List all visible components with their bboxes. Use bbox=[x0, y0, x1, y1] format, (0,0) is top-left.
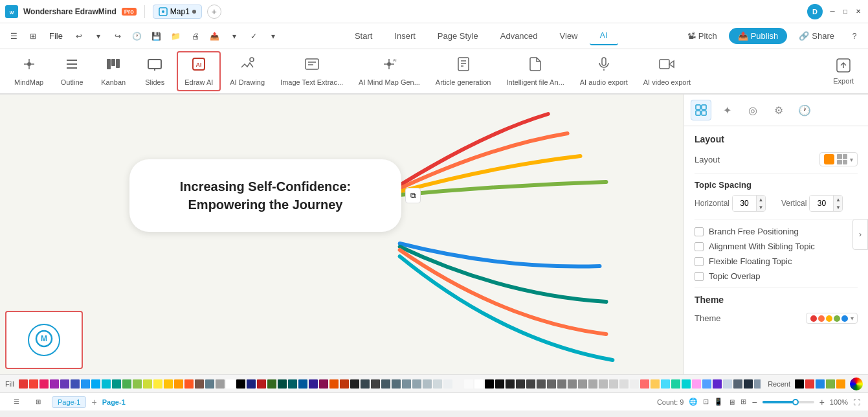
layout-selector[interactable]: ▾ bbox=[819, 152, 858, 166]
recent-color-blue[interactable] bbox=[816, 379, 825, 389]
color-swatch-item[interactable] bbox=[319, 379, 328, 389]
color-swatch-item[interactable] bbox=[495, 379, 504, 389]
sidebar-toggle[interactable]: ☰ bbox=[5, 28, 22, 45]
tool-ai-drawing[interactable]: AI Drawing bbox=[223, 52, 271, 90]
color-swatch-item[interactable] bbox=[723, 379, 732, 389]
color-swatch-item[interactable] bbox=[464, 379, 473, 389]
color-swatch-item[interactable] bbox=[247, 379, 256, 389]
color-swatch-item[interactable] bbox=[744, 379, 753, 389]
map-tab[interactable]: Map1 bbox=[153, 5, 202, 19]
color-swatch-item[interactable] bbox=[298, 379, 307, 389]
tab-page-style[interactable]: Page Style bbox=[427, 27, 489, 45]
copy-icon[interactable]: ⧉ bbox=[405, 188, 421, 203]
color-swatch-item[interactable] bbox=[81, 379, 90, 389]
color-swatch-item[interactable] bbox=[506, 379, 515, 389]
tool-ai-audio[interactable]: AI audio export bbox=[573, 52, 634, 90]
zoom-slider[interactable] bbox=[762, 401, 814, 403]
color-swatch-item[interactable] bbox=[682, 379, 691, 389]
color-swatch-item[interactable] bbox=[267, 379, 276, 389]
close-button[interactable]: ✕ bbox=[854, 7, 863, 16]
color-swatch-item[interactable] bbox=[381, 379, 390, 389]
color-swatch-item[interactable] bbox=[278, 379, 287, 389]
more-button[interactable]: ▾ bbox=[226, 28, 243, 45]
color-swatch-item[interactable] bbox=[630, 379, 639, 389]
color-swatch-item[interactable] bbox=[454, 379, 463, 389]
horizontal-decrement[interactable]: ▼ bbox=[756, 203, 765, 211]
canvas[interactable]: Increasing Self-Confidence: Empowering t… bbox=[0, 95, 684, 374]
branch-free-checkbox[interactable] bbox=[695, 227, 704, 236]
recent-color-red[interactable] bbox=[805, 379, 814, 389]
page-tab-1[interactable]: Page-1 bbox=[52, 396, 86, 408]
color-swatch-item[interactable] bbox=[671, 379, 680, 389]
tool-mindmap[interactable]: MindMap bbox=[8, 52, 50, 90]
vertical-increment[interactable]: ▲ bbox=[833, 196, 842, 203]
color-swatch-item[interactable] bbox=[402, 379, 411, 389]
tool-edraw-ai[interactable]: AI Edraw AI bbox=[177, 51, 221, 91]
more-options[interactable]: ▾ bbox=[265, 28, 282, 45]
color-swatch-item[interactable] bbox=[526, 379, 535, 389]
vertical-spinner[interactable]: 30 ▲ ▼ bbox=[809, 195, 843, 212]
pitch-button[interactable]: 📽 Pitch bbox=[681, 28, 724, 44]
color-swatch-item[interactable] bbox=[702, 379, 711, 389]
export-button[interactable]: Export bbox=[827, 54, 860, 89]
color-swatch-item[interactable] bbox=[516, 379, 525, 389]
restore-button[interactable]: □ bbox=[841, 7, 850, 16]
fit-icon[interactable]: ⊞ bbox=[740, 398, 746, 406]
color-swatch-item[interactable] bbox=[309, 379, 318, 389]
color-swatch-item[interactable] bbox=[153, 379, 162, 389]
color-swatch-item[interactable] bbox=[19, 379, 28, 389]
tool-article-gen[interactable]: Article generation bbox=[429, 52, 498, 90]
export-button[interactable]: 📤 bbox=[206, 28, 223, 45]
color-swatch-item[interactable] bbox=[143, 379, 152, 389]
color-swatch-item[interactable] bbox=[184, 379, 194, 389]
fullscreen-icon[interactable]: ⛶ bbox=[853, 398, 860, 406]
history-button[interactable]: 🕐 bbox=[129, 28, 146, 45]
color-swatch-item[interactable] bbox=[423, 379, 432, 389]
tab-insert[interactable]: Insert bbox=[384, 27, 426, 45]
expand-icon[interactable]: ⊞ bbox=[25, 28, 41, 45]
color-swatch-item[interactable] bbox=[236, 379, 245, 389]
color-swatch-item[interactable] bbox=[91, 379, 100, 389]
color-swatch-item[interactable] bbox=[640, 379, 649, 389]
tool-intelligent-file[interactable]: Intelligent file An... bbox=[500, 52, 570, 90]
status-expand[interactable]: ☰ bbox=[8, 394, 25, 411]
help-button[interactable]: ? bbox=[846, 28, 863, 45]
vertical-decrement[interactable]: ▼ bbox=[833, 203, 842, 211]
color-swatch-item[interactable] bbox=[361, 379, 370, 389]
color-swatch-item[interactable] bbox=[392, 379, 401, 389]
save-local[interactable]: 📁 bbox=[168, 28, 184, 45]
color-swatch-item[interactable] bbox=[288, 379, 297, 389]
color-swatch-item[interactable] bbox=[50, 379, 59, 389]
color-swatch-item[interactable] bbox=[205, 379, 214, 389]
print-button[interactable]: 🖨 bbox=[187, 28, 204, 45]
tab-start[interactable]: Start bbox=[344, 27, 383, 45]
new-tab-button[interactable]: + bbox=[207, 5, 221, 19]
undo-dropdown[interactable]: ▾ bbox=[90, 28, 107, 45]
undo-button[interactable]: ↩ bbox=[71, 28, 87, 45]
panel-tab-location[interactable]: ◎ bbox=[742, 100, 763, 120]
color-swatch-item[interactable] bbox=[329, 379, 339, 389]
color-swatch-item[interactable] bbox=[599, 379, 608, 389]
color-swatch-item[interactable] bbox=[350, 379, 359, 389]
color-swatch-item[interactable] bbox=[661, 379, 670, 389]
share-button[interactable]: 🔗 Share bbox=[792, 28, 841, 44]
color-swatch-item[interactable] bbox=[216, 379, 225, 389]
vertical-input[interactable]: 30 bbox=[810, 196, 833, 211]
tool-ai-mindmap-gen[interactable]: AI AI Mind Map Gen... bbox=[352, 52, 427, 90]
color-swatch-item[interactable] bbox=[433, 379, 442, 389]
tab-view[interactable]: View bbox=[550, 27, 588, 45]
color-swatch-item[interactable] bbox=[371, 379, 380, 389]
color-swatch-item[interactable] bbox=[485, 379, 494, 389]
add-page-button[interactable]: + bbox=[91, 397, 96, 407]
color-swatch-item[interactable] bbox=[174, 379, 183, 389]
color-swatch-item[interactable] bbox=[122, 379, 131, 389]
color-swatch-item[interactable] bbox=[713, 379, 722, 389]
color-swatch-item[interactable] bbox=[474, 379, 484, 389]
tool-image-text[interactable]: Image Text Extrac... bbox=[274, 52, 350, 90]
status-more[interactable]: ⊞ bbox=[30, 394, 47, 411]
color-swatch-item[interactable] bbox=[588, 379, 597, 389]
horizontal-spinner[interactable]: 30 ▲ ▼ bbox=[732, 195, 766, 212]
panel-tab-history[interactable]: 🕐 bbox=[794, 100, 815, 120]
minimize-button[interactable]: ─ bbox=[828, 7, 837, 16]
color-swatch-item[interactable] bbox=[29, 379, 38, 389]
